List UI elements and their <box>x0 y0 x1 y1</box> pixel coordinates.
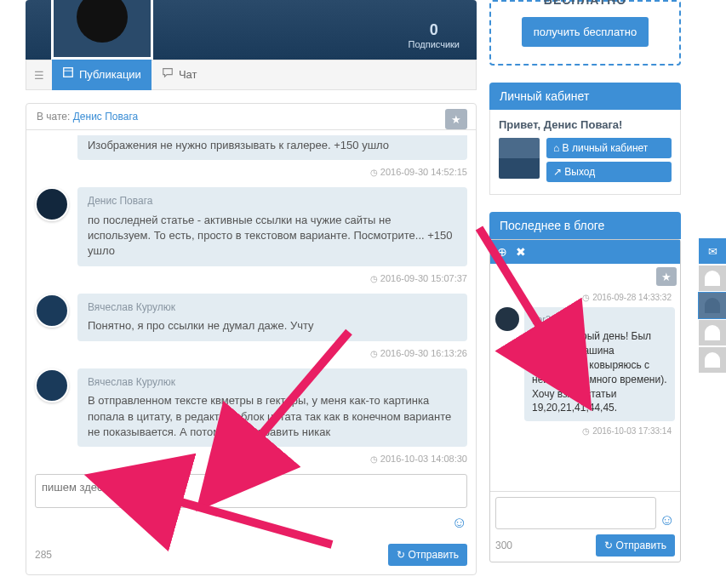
send-button[interactable]: Отправить <box>388 544 467 566</box>
widget-message-bubble: gor2065 Денис добрый день! Был перерыв(м… <box>524 307 675 421</box>
cabinet-head: Личный кабинет <box>489 83 681 110</box>
svg-rect-0 <box>64 68 73 77</box>
compose-footer: 285 Отправить <box>26 539 476 574</box>
compose-area: ☺ <box>26 467 476 539</box>
profile-header: 0 Подписчики <box>26 0 477 60</box>
envelope-icon[interactable]: ✉ <box>699 238 726 264</box>
widget-top-time: 2016-09-28 14:33:32 <box>495 291 675 304</box>
widget-send-button[interactable]: Отправить <box>596 534 675 557</box>
chat-widget-body[interactable]: 2016-09-28 14:33:32 gor2065 Денис добрый… <box>490 286 680 491</box>
promo-box: БЕСПЛАТНО получить бесплатно <box>489 0 681 66</box>
chat-message: Денис Повага по последней статье - актив… <box>35 187 467 265</box>
message-time: 2016-09-30 16:13:26 <box>35 346 467 363</box>
tab-chat[interactable]: Чат <box>151 60 208 90</box>
widget-footer: 300 Отправить <box>490 534 680 562</box>
exit-link[interactable]: Выход <box>546 162 672 182</box>
blog-head: Последнее в блоге <box>489 212 681 239</box>
spacer <box>35 135 69 160</box>
side-user-2[interactable] <box>699 293 726 318</box>
chat-widget: ⊕ ✖ ★ 2016-09-28 14:33:32 gor2065 Денис … <box>489 239 681 562</box>
widget-message-time: 2016-10-03 17:33:14 <box>495 425 675 437</box>
widget-star-button[interactable]: ★ <box>656 267 677 286</box>
cabinet-panel: Личный кабинет Привет, Денис Повага! В л… <box>489 83 681 195</box>
char-count: 285 <box>35 549 52 561</box>
message-bubble: Изображения не нужно привязывать к галер… <box>77 135 467 160</box>
side-user-1[interactable] <box>699 265 726 291</box>
cabinet-greeting: Привет, Денис Повага! <box>499 118 672 131</box>
publications-icon <box>62 60 74 90</box>
widget-compose-input[interactable] <box>495 497 656 529</box>
send-label: Отправить <box>408 549 459 561</box>
star-button[interactable]: ★ <box>445 109 467 129</box>
subscribers-counter: 0 Подписчики <box>408 21 460 49</box>
tab-publications[interactable]: Публикации <box>52 60 151 90</box>
user-silhouette-icon <box>705 325 720 340</box>
message-time: 2016-09-30 15:07:37 <box>35 271 467 288</box>
widget-compose: ☺ <box>490 491 680 534</box>
side-user-3[interactable] <box>699 320 726 345</box>
message-avatar[interactable] <box>35 294 69 328</box>
chat-icon <box>162 60 174 90</box>
widget-message-text: Денис добрый день! Был перерыв(машина сл… <box>532 329 667 415</box>
message-text: Изображения не нужно привязывать к галер… <box>88 138 457 153</box>
to-cabinet-link[interactable]: В личный кабинет <box>546 138 672 158</box>
message-text: по последней статье - активные ссылки на… <box>88 213 457 260</box>
side-dock: ✉ <box>699 238 726 374</box>
chat-message: Вячеслав Курулюк Понятно, я про ссылки н… <box>35 294 467 341</box>
tab-label: Публикации <box>79 60 141 90</box>
chat-message: Вячеслав Курулюк В отправленном тексте к… <box>35 368 467 447</box>
message-avatar[interactable] <box>35 368 69 402</box>
widget-message-author: gor2065 <box>532 313 667 326</box>
message-text: Понятно, я про ссылки не думал даже. Учт… <box>88 318 457 334</box>
chat-message: Изображения не нужно привязывать к галер… <box>35 135 467 160</box>
widget-message-avatar[interactable] <box>495 307 519 331</box>
avatar-face <box>77 0 128 43</box>
widget-smile-icon[interactable]: ☺ <box>660 511 675 529</box>
message-bubble: Вячеслав Курулюк Понятно, я про ссылки н… <box>77 294 467 341</box>
message-time: 2016-10-03 14:08:30 <box>35 452 467 467</box>
message-avatar[interactable] <box>35 187 69 221</box>
message-bubble: Вячеслав Курулюк В отправленном тексте к… <box>77 368 467 447</box>
promo-button[interactable]: получить бесплатно <box>522 17 649 47</box>
user-silhouette-icon <box>705 298 720 313</box>
chat-messages[interactable]: Изображения не нужно привязывать к галер… <box>26 135 476 467</box>
star-icon: ★ <box>451 113 461 126</box>
widget-char-count: 300 <box>495 539 512 551</box>
in-chat-label: В чате: <box>37 111 70 123</box>
subscribers-count: 0 <box>408 21 460 39</box>
subscribers-label: Подписчики <box>408 39 460 49</box>
tabs-bar: ☰ Публикации Чат <box>26 60 477 90</box>
cabinet-avatar[interactable] <box>499 138 540 179</box>
user-silhouette-icon <box>705 271 720 286</box>
avatar[interactable] <box>51 0 153 60</box>
hamburger-icon[interactable]: ☰ <box>26 69 52 82</box>
chat-header: В чате: Денис Повага <box>26 104 476 130</box>
cabinet-body: Привет, Денис Повага! В личный кабинет В… <box>489 110 681 195</box>
message-author: Вячеслав Курулюк <box>88 300 457 315</box>
in-chat-user-link[interactable]: Денис Повага <box>73 111 138 123</box>
user-silhouette-icon <box>705 352 720 368</box>
message-author: Вячеслав Курулюк <box>88 375 457 390</box>
side-user-4[interactable] <box>699 347 726 373</box>
chat-panel: ★ В чате: Денис Повага Изображения не ну… <box>26 103 477 575</box>
smile-icon[interactable]: ☺ <box>452 514 467 531</box>
tab-label: Чат <box>179 60 197 90</box>
message-time: 2016-09-30 14:52:15 <box>35 165 467 182</box>
message-bubble: Денис Повага по последней статье - актив… <box>77 187 467 265</box>
message-author: Денис Повага <box>88 194 457 208</box>
close-icon[interactable]: ✖ <box>516 245 526 259</box>
star-icon: ★ <box>661 271 672 283</box>
chat-widget-head: ⊕ ✖ <box>490 240 680 264</box>
compose-input[interactable] <box>35 474 467 508</box>
message-text: В отправленном тексте квметры в гектары,… <box>88 393 457 440</box>
widget-message: gor2065 Денис добрый день! Был перерыв(м… <box>495 307 675 421</box>
zoom-icon[interactable]: ⊕ <box>497 245 507 259</box>
envelope-glyph: ✉ <box>708 245 717 258</box>
widget-send-label: Отправить <box>615 539 666 551</box>
blog-panel: Последнее в блоге <box>489 212 681 239</box>
promo-title: БЕСПЛАТНО <box>504 0 666 7</box>
